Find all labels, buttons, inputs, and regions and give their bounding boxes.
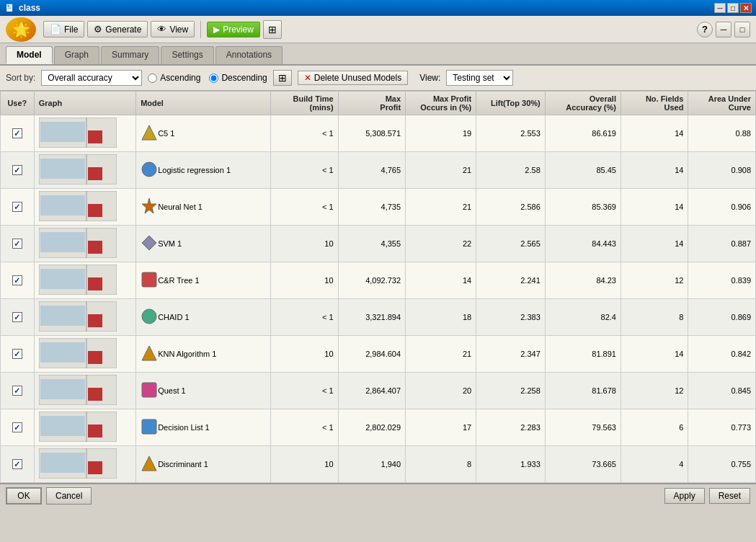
use-checkbox[interactable] xyxy=(12,386,22,396)
max-profit-pct-cell: 21 xyxy=(406,189,476,226)
use-checkbox-cell xyxy=(1,226,35,262)
build-time-cell: < 1 xyxy=(271,409,338,446)
max-profit-pct-cell: 20 xyxy=(406,373,476,409)
max-profit-cell: 2,984.604 xyxy=(338,336,405,373)
tab-graph[interactable]: Graph xyxy=(54,46,99,64)
model-icon xyxy=(141,197,158,216)
graph-cell xyxy=(34,446,135,483)
window-icon: 🖥 xyxy=(4,2,14,14)
svg-rect-26 xyxy=(40,306,85,326)
svg-rect-32 xyxy=(88,351,102,364)
accuracy-cell: 79.563 xyxy=(545,409,621,446)
tab-model[interactable]: Model xyxy=(6,46,53,64)
auc-cell: 0.839 xyxy=(688,262,756,299)
svg-marker-49 xyxy=(142,456,156,471)
use-checkbox-cell xyxy=(1,336,35,373)
use-checkbox[interactable] xyxy=(12,202,22,212)
ascending-radio[interactable]: Ascending xyxy=(148,73,200,83)
model-cell: Logistic regression 1 xyxy=(136,152,271,189)
use-checkbox[interactable] xyxy=(12,275,22,285)
svg-rect-7 xyxy=(88,167,102,180)
minimize-app-button[interactable]: ─ xyxy=(716,22,731,37)
view-menu[interactable]: 👁 View xyxy=(151,21,195,37)
model-icon xyxy=(141,381,158,400)
sort-bar: Sort by: Overall accuracy Build Time Max… xyxy=(0,66,756,91)
view-label: View: xyxy=(419,73,440,83)
columns-icon: ⊞ xyxy=(278,72,287,84)
svg-marker-19 xyxy=(142,236,156,250)
use-checkbox[interactable] xyxy=(12,128,22,138)
use-checkbox-cell xyxy=(1,115,35,152)
svg-rect-27 xyxy=(88,314,102,327)
minimize-button[interactable]: ─ xyxy=(714,3,726,13)
accuracy-cell: 85.369 xyxy=(545,189,621,226)
lift-cell: 2.58 xyxy=(476,152,546,189)
model-icon xyxy=(141,161,158,179)
lift-cell: 2.586 xyxy=(476,189,546,226)
accuracy-cell: 82.4 xyxy=(545,299,621,336)
model-name: Neural Net 1 xyxy=(158,203,203,211)
lift-cell: 2.258 xyxy=(476,373,546,409)
cancel-button[interactable]: Cancel xyxy=(46,487,92,505)
use-checkbox[interactable] xyxy=(12,239,22,249)
build-time-cell: < 1 xyxy=(271,115,338,152)
lift-cell: 2.283 xyxy=(476,409,546,446)
help-button[interactable]: ? xyxy=(697,22,713,37)
use-checkbox[interactable] xyxy=(12,422,22,432)
ok-button[interactable]: OK xyxy=(6,487,42,505)
build-time-cell: < 1 xyxy=(271,373,338,409)
model-icon xyxy=(141,234,158,253)
auc-cell: 0.773 xyxy=(688,409,756,446)
model-cell: C&R Tree 1 xyxy=(136,262,271,299)
graph-cell xyxy=(34,115,135,152)
sort-select[interactable]: Overall accuracy Build Time Max Profit L… xyxy=(41,70,142,86)
grid-icon-button[interactable]: ⊞ xyxy=(263,20,282,39)
models-table-container: Use? Graph Model Build Time(mins) MaxPro… xyxy=(0,91,756,483)
apply-button[interactable]: Apply xyxy=(664,488,705,504)
auc-cell: 0.887 xyxy=(688,226,756,262)
model-cell: Discriminant 1 xyxy=(136,446,271,483)
use-checkbox[interactable] xyxy=(12,459,22,469)
fields-cell: 6 xyxy=(621,409,688,446)
view-select[interactable]: Testing set Training set xyxy=(446,70,513,86)
use-checkbox-cell xyxy=(1,409,35,446)
graph-cell xyxy=(34,373,135,409)
tab-annotations[interactable]: Annotations xyxy=(215,46,283,64)
tab-settings[interactable]: Settings xyxy=(161,46,213,64)
max-profit-pct-cell: 18 xyxy=(406,299,476,336)
svg-rect-1 xyxy=(40,122,85,142)
use-checkbox-cell xyxy=(1,189,35,226)
svg-rect-24 xyxy=(142,272,156,287)
descending-radio[interactable]: Descending xyxy=(209,73,267,83)
lift-cell: 2.553 xyxy=(476,115,546,152)
model-name: C&R Tree 1 xyxy=(158,276,199,285)
reset-button[interactable]: Reset xyxy=(709,488,750,504)
delete-unused-button[interactable]: ✕ Delete Unused Models xyxy=(298,71,408,85)
svg-rect-12 xyxy=(88,204,102,217)
close-button[interactable]: ✕ xyxy=(740,3,752,13)
svg-point-9 xyxy=(142,162,156,177)
file-menu[interactable]: 📄 File xyxy=(43,21,84,37)
generate-menu[interactable]: ⚙ Generate xyxy=(87,21,148,37)
use-checkbox[interactable] xyxy=(12,312,22,322)
use-checkbox[interactable] xyxy=(12,349,22,359)
table-row: Decision List 1 < 1 2,802.029 17 2.283 7… xyxy=(1,409,756,446)
tab-summary[interactable]: Summary xyxy=(101,46,159,64)
use-checkbox-cell xyxy=(1,299,35,336)
svg-rect-37 xyxy=(88,388,102,401)
column-settings-button[interactable]: ⊞ xyxy=(273,70,292,86)
model-cell: C5 1 xyxy=(136,115,271,152)
maximize-app-button[interactable]: □ xyxy=(734,22,750,37)
graph-cell xyxy=(34,299,135,336)
header-fields: No. FieldsUsed xyxy=(621,92,688,115)
use-checkbox-cell xyxy=(1,152,35,189)
graph-cell xyxy=(34,336,135,373)
max-profit-pct-cell: 8 xyxy=(406,446,476,483)
use-checkbox[interactable] xyxy=(12,165,22,175)
fields-cell: 4 xyxy=(621,446,688,483)
preview-button[interactable]: ▶ Preview xyxy=(207,22,260,37)
maximize-button[interactable]: □ xyxy=(727,3,739,13)
svg-rect-47 xyxy=(88,461,102,474)
toolbar-separator xyxy=(200,21,201,38)
fields-cell: 14 xyxy=(621,115,688,152)
